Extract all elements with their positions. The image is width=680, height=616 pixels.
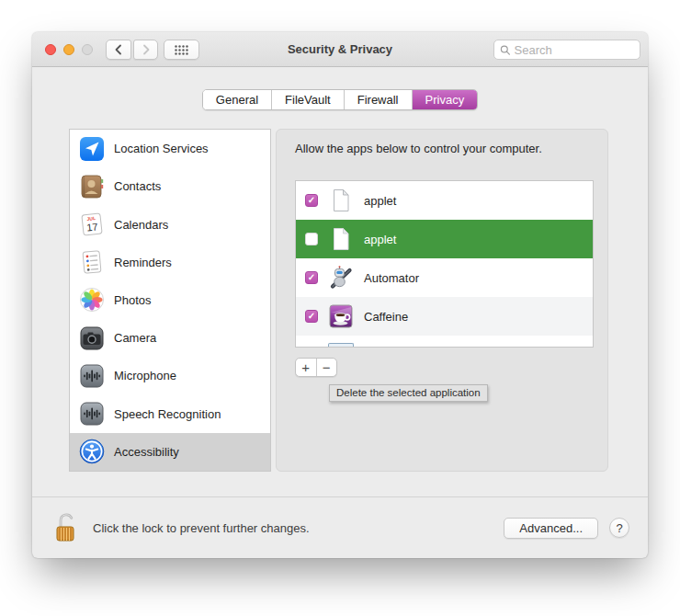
generic-document-icon <box>328 188 354 213</box>
sidebar-item-label: Speech Recognition <box>114 407 221 421</box>
partial-app-icon <box>328 343 354 348</box>
microphone-icon <box>79 363 105 389</box>
sidebar-item-label: Microphone <box>114 369 176 382</box>
add-app-button[interactable]: + <box>296 359 317 376</box>
desktop-background: Security & Privacy General FileVault Fir… <box>0 0 680 616</box>
back-button[interactable] <box>106 40 131 60</box>
panel-heading: Allow the apps below to control your com… <box>295 142 542 155</box>
app-row-applet-1[interactable]: ✓ applet <box>296 181 593 220</box>
add-remove-buttons: + − <box>295 358 337 377</box>
sidebar-item-label: Reminders <box>114 256 172 269</box>
show-all-button[interactable] <box>164 40 199 60</box>
automator-icon <box>328 265 354 291</box>
accessibility-apps-panel: Allow the apps below to control your com… <box>276 129 608 472</box>
app-checkbox[interactable]: ✓ <box>305 310 318 323</box>
sidebar-item-speech-recognition[interactable]: Speech Recognition <box>70 395 270 433</box>
caffeine-icon <box>328 303 354 329</box>
app-row-partial[interactable] <box>296 336 593 348</box>
minimize-button[interactable] <box>63 44 74 55</box>
accessibility-icon <box>79 439 105 464</box>
calendars-icon: JUL 17 <box>79 211 105 237</box>
close-button[interactable] <box>45 44 56 55</box>
sidebar-item-accessibility[interactable]: Accessibility <box>70 433 270 471</box>
remove-app-button[interactable]: − <box>317 359 337 376</box>
lock-button[interactable] <box>51 510 82 545</box>
chevron-right-icon <box>141 43 152 56</box>
app-checkbox[interactable]: ✓ <box>305 271 318 284</box>
title-bar: Security & Privacy <box>32 32 648 67</box>
tab-bar: General FileVault Firewall Privacy <box>32 89 648 110</box>
sidebar-item-reminders[interactable]: Reminders <box>70 244 270 281</box>
traffic-lights <box>45 44 93 55</box>
footer-bar: Click the lock to prevent further change… <box>32 496 648 558</box>
sidebar-item-camera[interactable]: Camera <box>70 319 270 357</box>
photos-icon <box>79 287 105 313</box>
location-services-icon <box>79 136 105 162</box>
sidebar-item-location-services[interactable]: Location Services <box>70 130 270 167</box>
grid-icon <box>174 44 189 56</box>
sidebar-item-contacts[interactable]: Contacts <box>70 167 270 205</box>
sidebar-item-photos[interactable]: Photos <box>70 281 270 319</box>
search-icon <box>500 44 511 56</box>
app-list: ✓ applet applet ✓ <box>295 180 594 348</box>
app-checkbox[interactable]: ✓ <box>305 194 318 207</box>
app-row-applet-2-selected[interactable]: applet <box>296 220 593 258</box>
search-field[interactable] <box>493 40 640 60</box>
security-privacy-window: Security & Privacy General FileVault Fir… <box>32 32 648 558</box>
chevron-left-icon <box>113 43 124 56</box>
speech-recognition-icon <box>79 401 105 427</box>
app-row-caffeine[interactable]: ✓ Caffeine <box>296 297 593 336</box>
tab-firewall[interactable]: Firewall <box>345 90 413 109</box>
sidebar-item-label: Calendars <box>114 218 168 232</box>
svg-text:17: 17 <box>86 221 98 233</box>
app-name: applet <box>364 233 396 246</box>
zoom-button-disabled <box>82 44 93 55</box>
help-button[interactable]: ? <box>609 518 629 538</box>
advanced-button[interactable]: Advanced... <box>504 518 598 539</box>
search-input[interactable] <box>515 43 634 57</box>
sidebar-item-label: Accessibility <box>114 445 179 459</box>
sidebar-item-label: Photos <box>114 293 151 307</box>
tab-privacy[interactable]: Privacy <box>413 90 478 109</box>
sidebar-item-label: Contacts <box>114 179 161 193</box>
tab-general[interactable]: General <box>203 90 272 109</box>
reminders-icon <box>79 249 105 275</box>
sidebar-item-label: Camera <box>114 331 156 345</box>
app-row-automator[interactable]: ✓ Automator <box>296 258 593 297</box>
privacy-category-list: Location Services Contacts <box>69 129 271 472</box>
app-name: Automator <box>364 271 419 285</box>
camera-icon <box>79 325 105 351</box>
sidebar-item-calendars[interactable]: JUL 17 Calendars <box>70 205 270 243</box>
sidebar-item-label: Location Services <box>114 142 209 155</box>
sidebar-item-microphone[interactable]: Microphone <box>70 357 270 394</box>
contacts-icon <box>79 174 105 200</box>
app-checkbox[interactable] <box>305 233 318 245</box>
tab-filevault[interactable]: FileVault <box>272 90 345 109</box>
app-name: Caffeine <box>364 310 408 324</box>
app-name: applet <box>364 194 396 208</box>
tooltip: Delete the selected application <box>329 384 488 402</box>
unlocked-padlock-icon <box>54 510 78 545</box>
forward-button <box>133 40 158 60</box>
lock-hint-text: Click the lock to prevent further change… <box>93 521 504 535</box>
generic-document-icon <box>328 226 354 252</box>
